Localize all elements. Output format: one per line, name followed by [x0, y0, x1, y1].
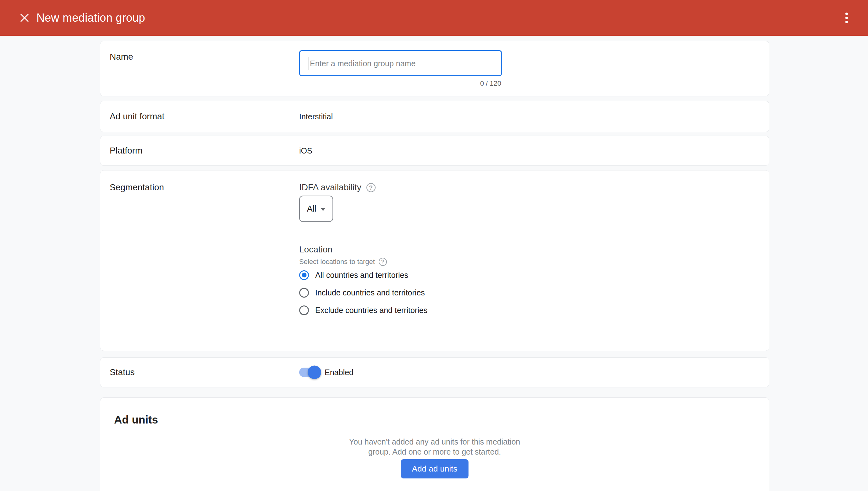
chevron-down-icon — [321, 208, 326, 211]
help-icon[interactable]: ? — [379, 258, 387, 266]
text-caret — [308, 57, 309, 70]
radio-button-icon — [299, 270, 309, 280]
status-toggle[interactable] — [299, 368, 319, 377]
close-icon — [20, 13, 29, 23]
ad-units-card: Ad units You haven't added any ad units … — [100, 398, 769, 491]
help-icon[interactable]: ? — [367, 183, 376, 192]
status-label: Status — [110, 367, 135, 377]
toggle-thumb — [308, 366, 321, 379]
radio-exclude-countries[interactable]: Exclude countries and territories — [299, 305, 427, 316]
status-value: Enabled — [325, 368, 354, 377]
name-row-card: Name Enter a mediation group name 0 / 12… — [100, 41, 769, 96]
ad-units-heading: Ad units — [114, 413, 158, 426]
ad-units-empty-message: You haven't added any ad units for this … — [347, 437, 523, 457]
idfa-dropdown-value: All — [307, 204, 316, 214]
idfa-availability-dropdown[interactable]: All — [299, 196, 333, 222]
platform-value: iOS — [299, 146, 313, 155]
location-subheading: Select locations to target ? — [299, 258, 387, 266]
idfa-availability-heading: IDFA availability ? — [299, 182, 376, 193]
status-row-card: Status Enabled — [100, 357, 769, 387]
radio-include-countries[interactable]: Include countries and territories — [299, 287, 425, 298]
radio-button-icon — [299, 288, 309, 298]
close-button[interactable] — [16, 9, 33, 27]
name-label: Name — [110, 52, 133, 62]
ad-unit-format-row-card: Ad unit format Interstitial — [100, 101, 769, 132]
char-counter: 0 / 120 — [480, 80, 501, 88]
add-ad-units-button[interactable]: Add ad units — [401, 459, 468, 479]
segmentation-row-card: Segmentation IDFA availability ? All Loc… — [100, 170, 769, 351]
radio-all-countries[interactable]: All countries and territories — [299, 269, 408, 281]
kebab-menu-icon — [845, 12, 848, 15]
page-title: New mediation group — [36, 11, 145, 25]
platform-row-card: Platform iOS — [100, 136, 769, 166]
name-input[interactable]: Enter a mediation group name — [299, 50, 502, 76]
name-input-placeholder: Enter a mediation group name — [310, 59, 415, 68]
overflow-menu-button[interactable] — [838, 9, 856, 27]
ad-unit-format-value: Interstitial — [299, 112, 333, 121]
app-bar: New mediation group — [0, 0, 868, 36]
radio-button-icon — [299, 306, 309, 315]
location-heading: Location — [299, 244, 332, 255]
platform-label: Platform — [110, 146, 142, 156]
ad-unit-format-label: Ad unit format — [110, 111, 164, 121]
segmentation-label: Segmentation — [110, 182, 164, 193]
